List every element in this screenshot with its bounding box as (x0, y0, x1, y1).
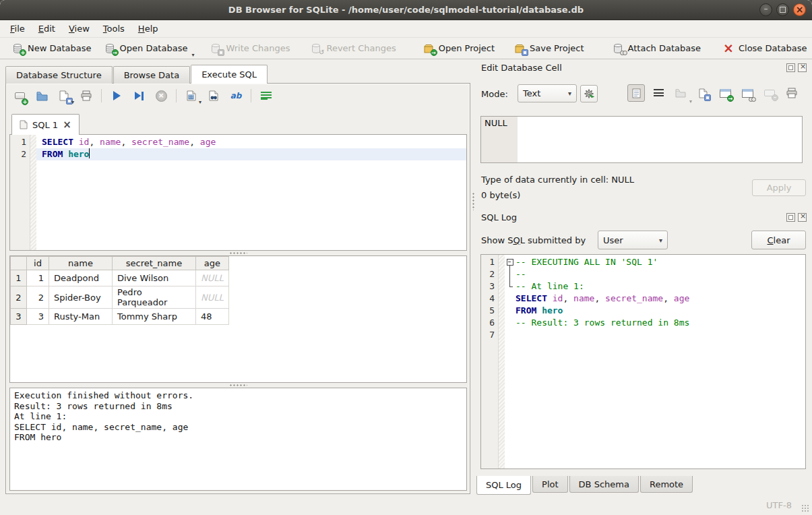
text-mode-icon[interactable] (627, 84, 645, 102)
fold-line (505, 268, 516, 280)
open-project-button[interactable]: Open Project (416, 40, 501, 57)
cell-name[interactable]: Rusty-Man (49, 309, 113, 325)
save-sql-file-icon[interactable] (57, 89, 71, 102)
find-icon[interactable] (206, 89, 221, 102)
text-cursor (89, 148, 90, 158)
float-dock-icon[interactable] (786, 63, 795, 72)
execute-current-line-icon[interactable] (131, 89, 146, 102)
revert-changes-button[interactable]: Revert Changes (304, 40, 402, 57)
editor-results-splitter[interactable] (9, 251, 467, 255)
tab-execute-sql[interactable]: Execute SQL (191, 65, 268, 84)
database-new-icon (11, 42, 24, 54)
close-database-button[interactable]: Close Database (716, 40, 812, 57)
new-sql-tab-icon[interactable] (12, 89, 27, 102)
save-project-button[interactable]: Save Project (507, 40, 590, 57)
mode-label: Mode: (481, 89, 508, 99)
open-database-dropdown-caret[interactable] (191, 52, 194, 58)
close-dock-icon[interactable] (798, 63, 807, 72)
tab-database-structure[interactable]: Database Structure (5, 66, 113, 84)
resize-grip[interactable] (801, 504, 810, 513)
column-header-id[interactable]: id (27, 257, 49, 270)
attach-database-label: Attach Database (628, 43, 701, 53)
cell-age[interactable]: 48 (196, 309, 229, 325)
cell-name[interactable]: Deadpond (49, 270, 113, 286)
column-header-name[interactable]: name (49, 257, 113, 270)
cell-name[interactable]: Spider-Boy (49, 286, 113, 309)
minimize-button[interactable] (759, 3, 772, 16)
sql-log-dock-title: SQL Log (481, 212, 517, 222)
execute-all-icon[interactable] (109, 89, 124, 102)
cell-age[interactable]: NULL (196, 286, 229, 309)
write-changes-button[interactable]: Write Changes (204, 40, 296, 57)
cell-secret-name[interactable]: Dive Wilson (113, 270, 196, 286)
print-icon[interactable] (79, 89, 94, 102)
print-icon[interactable] (783, 84, 801, 102)
editor-fold-margin (30, 135, 36, 250)
log-line-numbers: 1 2 3 4 5 6 7 (481, 255, 499, 468)
tab-sql-log[interactable]: SQL Log (476, 476, 531, 495)
menu-view[interactable]: View (62, 22, 96, 36)
apply-button[interactable]: Apply (752, 179, 806, 196)
sql-log-view[interactable]: 1 2 3 4 5 6 7 -- EXECUTING ALL IN 'SQL 1… (480, 254, 806, 469)
open-database-button[interactable]: Open Database (98, 40, 194, 57)
mode-select[interactable]: Text (518, 84, 577, 102)
tab-remote[interactable]: Remote (640, 476, 693, 493)
cell-editor[interactable]: NULL (480, 116, 803, 163)
menu-edit[interactable]: Edit (32, 22, 62, 36)
sql1-tab[interactable]: SQL 1 (11, 114, 80, 135)
export-results-icon[interactable] (184, 89, 199, 102)
row-header[interactable]: 3 (11, 309, 27, 325)
clear-log-button[interactable]: Clear (751, 231, 806, 249)
cell-id[interactable]: 1 (27, 270, 49, 286)
sql-file-icon (20, 120, 28, 129)
menu-tools[interactable]: Tools (96, 22, 131, 36)
column-header-age[interactable]: age (196, 257, 229, 270)
apply-settings-button[interactable] (580, 85, 598, 102)
close-dock-icon[interactable] (798, 213, 807, 222)
row-header[interactable]: 2 (11, 286, 27, 309)
import-data-icon[interactable] (672, 84, 689, 102)
cell-id[interactable]: 3 (27, 309, 49, 325)
tab-db-schema[interactable]: DB Schema (569, 476, 639, 493)
open-sql-file-icon[interactable] (34, 89, 49, 102)
open-external-icon[interactable] (716, 84, 734, 102)
stop-icon[interactable] (154, 89, 168, 102)
tab-plot[interactable]: Plot (532, 476, 568, 493)
tab-label: Browse Data (124, 70, 180, 80)
message-line: At line 1: (14, 411, 462, 422)
column-header-secret-name[interactable]: secret_name (113, 257, 196, 270)
row-header[interactable]: 1 (11, 270, 27, 286)
mode-select-value: Text (523, 88, 540, 98)
cell-id[interactable]: 2 (27, 286, 49, 309)
attach-database-button[interactable]: Attach Database (606, 40, 707, 57)
sql1-tab-close-button[interactable] (63, 121, 71, 129)
fold-collapse-icon[interactable] (505, 256, 516, 268)
fold-line-end (505, 280, 516, 293)
new-database-button[interactable]: New Database (5, 40, 98, 57)
results-message-splitter[interactable] (9, 383, 467, 388)
cell-secret-name[interactable]: Tommy Sharp (113, 309, 196, 325)
float-dock-icon[interactable] (786, 213, 795, 222)
close-button[interactable] (793, 3, 806, 16)
tab-browse-data[interactable]: Browse Data (113, 66, 191, 84)
cell-secret-name[interactable]: Pedro Parqueador (113, 286, 196, 309)
format-sql-icon[interactable] (259, 89, 274, 102)
panel-splitter[interactable] (470, 61, 476, 510)
execution-message-panel[interactable]: Execution finished without errors. Resul… (9, 388, 467, 491)
set-null-icon[interactable] (761, 84, 778, 102)
menu-help[interactable]: Help (131, 22, 165, 36)
export-data-icon[interactable] (694, 84, 712, 102)
editor-code-area[interactable]: SELECT id, name, secret_name, age FROM h… (36, 135, 466, 250)
title-bar: DB Browser for SQLite - /home/user/code/… (0, 0, 812, 20)
tab-label: SQL Log (486, 480, 522, 490)
maximize-button[interactable] (776, 3, 789, 16)
replace-icon[interactable] (228, 89, 243, 102)
line-number: 5 (481, 305, 495, 317)
cell-age[interactable]: NULL (196, 270, 229, 286)
sql-editor[interactable]: 1 2 SELECT id, name, secret_name, age FR… (9, 134, 467, 251)
menu-file[interactable]: File (3, 22, 32, 36)
word-wrap-icon[interactable] (650, 84, 667, 102)
copy-link-icon[interactable] (739, 84, 756, 102)
app-window: DB Browser for SQLite - /home/user/code/… (0, 0, 812, 515)
sql-log-filter-select[interactable]: User (598, 231, 668, 249)
